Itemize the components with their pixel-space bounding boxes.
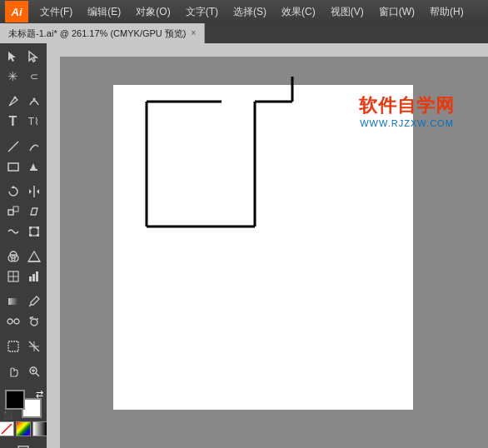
extra-tools-row — [2, 441, 45, 448]
tabbar: 未标题-1.ai* @ 261.17% (CMYK/GPU 预览) × — [0, 23, 488, 43]
type-tool-row: T T⌇ — [2, 112, 45, 132]
lasso-tool[interactable]: ⊂ — [24, 67, 44, 87]
scale-tool-row — [2, 202, 45, 222]
toolbar: ✳ ⊂ T T⌇ — [0, 43, 47, 448]
svg-marker-0 — [8, 52, 16, 62]
svg-rect-26 — [29, 276, 32, 281]
rotate-tool-row — [2, 182, 45, 202]
top-ruler — [47, 43, 488, 57]
menu-window[interactable]: 窗口(W) — [372, 3, 421, 21]
svg-rect-27 — [32, 274, 35, 281]
svg-rect-12 — [13, 207, 18, 212]
shape-builder-row — [2, 246, 45, 266]
gradient-btn[interactable] — [32, 421, 47, 436]
svg-line-30 — [29, 305, 31, 306]
chart-tool[interactable] — [24, 266, 44, 286]
none-color-btn[interactable] — [0, 421, 14, 436]
svg-rect-17 — [37, 234, 39, 236]
left-ruler — [47, 43, 60, 448]
toggle-screen-mode[interactable] — [13, 441, 33, 448]
selection-tool[interactable] — [3, 47, 23, 67]
line-tool[interactable] — [3, 137, 23, 157]
svg-rect-29 — [8, 298, 18, 305]
shape-builder-tool[interactable] — [3, 246, 23, 266]
svg-point-32 — [14, 319, 19, 324]
symbol-sprayer-tool[interactable] — [24, 311, 44, 331]
svg-point-35 — [37, 318, 38, 320]
shear-tool[interactable] — [24, 202, 44, 222]
svg-rect-15 — [37, 226, 39, 229]
magic-wand-row: ✳ ⊂ — [2, 67, 45, 87]
slice-tool[interactable] — [24, 336, 44, 356]
rectangle-tool[interactable] — [3, 157, 23, 177]
type-tool[interactable]: T — [3, 112, 23, 132]
warp-tool[interactable] — [3, 222, 23, 241]
color-btn[interactable] — [16, 421, 31, 436]
fill-color-box[interactable] — [5, 390, 25, 410]
svg-line-4 — [8, 142, 18, 152]
hand-zoom-row — [2, 361, 45, 381]
color-area: ⇄ ⬛ — [2, 390, 45, 436]
menu-type[interactable]: 文字(T) — [179, 3, 225, 21]
svg-marker-10 — [37, 189, 39, 194]
document-tab[interactable]: 未标题-1.ai* @ 261.17% (CMYK/GPU 预览) × — [0, 23, 205, 43]
main-area: ✳ ⊂ T T⌇ — [0, 43, 488, 448]
menubar: 文件(F) 编辑(E) 对象(O) 文字(T) 选择(S) 效果(C) 视图(V… — [33, 3, 483, 21]
perspective-grid-tool[interactable] — [24, 246, 44, 266]
mesh-tool-row — [2, 266, 45, 286]
menu-edit[interactable]: 编辑(E) — [81, 3, 127, 21]
eyedropper-tool[interactable] — [24, 291, 44, 311]
mesh-tool[interactable] — [3, 266, 23, 286]
svg-point-3 — [32, 98, 35, 101]
ai-logo: Ai — [5, 1, 28, 22]
svg-marker-21 — [28, 251, 40, 261]
svg-rect-11 — [8, 210, 13, 215]
curvature-tool[interactable] — [24, 92, 44, 112]
blend-tool-row — [2, 311, 45, 331]
menu-file[interactable]: 文件(F) — [33, 3, 79, 21]
svg-rect-28 — [36, 271, 38, 281]
svg-rect-37 — [8, 341, 18, 351]
scale-tool[interactable] — [3, 202, 23, 222]
paint-bucket-tool[interactable] — [24, 157, 44, 177]
menu-select[interactable]: 选择(S) — [227, 3, 273, 21]
artboard-tool-row — [2, 336, 45, 356]
reflect-tool[interactable] — [24, 182, 44, 202]
svg-point-2 — [13, 97, 16, 99]
zoom-tool[interactable] — [24, 361, 44, 381]
hand-tool[interactable] — [3, 361, 23, 381]
titlebar: Ai 文件(F) 编辑(E) 对象(O) 文字(T) 选择(S) 效果(C) 视… — [0, 0, 488, 23]
selection-tool-row — [2, 47, 45, 67]
svg-rect-16 — [29, 234, 32, 236]
gradient-tool[interactable] — [3, 291, 23, 311]
pen-tool[interactable] — [3, 92, 23, 112]
free-transform-tool[interactable] — [24, 222, 44, 241]
svg-point-31 — [7, 319, 12, 324]
rect-tool-row — [2, 157, 45, 177]
menu-effect[interactable]: 效果(C) — [275, 3, 322, 21]
svg-line-45 — [2, 424, 12, 434]
svg-marker-9 — [29, 189, 32, 194]
svg-rect-14 — [29, 226, 32, 229]
svg-marker-7 — [11, 186, 16, 188]
artboard-tool[interactable] — [3, 336, 23, 356]
menu-object[interactable]: 对象(O) — [129, 3, 177, 21]
warp-tool-row — [2, 222, 45, 241]
menu-help[interactable]: 帮助(H) — [423, 3, 471, 21]
gradient-tool-row — [2, 291, 45, 311]
menu-view[interactable]: 视图(V) — [324, 3, 371, 21]
tab-close-button[interactable]: × — [192, 29, 197, 37]
fill-stroke-container: ⇄ ⬛ — [5, 390, 42, 418]
magic-wand-tool[interactable]: ✳ — [3, 67, 23, 87]
svg-rect-5 — [8, 163, 18, 171]
svg-point-33 — [31, 319, 37, 326]
svg-line-42 — [36, 373, 39, 376]
arc-tool[interactable] — [24, 137, 44, 157]
open-rectangle-shape — [113, 77, 296, 246]
line-type-tool[interactable]: T⌇ — [24, 112, 44, 132]
default-colors-icon[interactable]: ⬛ — [2, 410, 13, 421]
direct-selection-tool[interactable] — [24, 47, 44, 67]
blend-tool[interactable] — [3, 311, 23, 331]
canvas-area: 软件自学网 WWW.RJZXW.COM — [47, 43, 488, 448]
rotate-tool[interactable] — [3, 182, 23, 202]
